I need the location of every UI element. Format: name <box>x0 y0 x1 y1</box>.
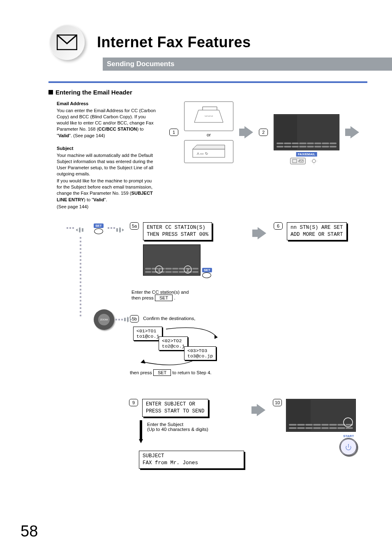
svg-marker-18 <box>214 335 218 339</box>
svg-text:A ▭ ↻: A ▭ ↻ <box>197 152 208 156</box>
led-icon <box>311 158 317 164</box>
page-title: Internet Fax Features <box>97 34 251 51</box>
fax-email-label: FAX/EMAIL <box>296 152 317 157</box>
divider <box>48 81 367 83</box>
subject-body-1: Your machine will automatically add the … <box>57 152 158 177</box>
arrow-icon <box>124 317 132 322</box>
step-badge-1: 1 <box>169 129 178 136</box>
subject-body-3: (See page 144) <box>57 204 158 210</box>
or-label: or <box>207 132 211 137</box>
lcd-6: nn STN(S) ARE SET ADD MORE OR START <box>287 222 347 240</box>
control-panel-illustration <box>286 399 356 432</box>
start-button-icon <box>339 438 357 456</box>
cursor-pad-icon: ZOOM <box>94 309 114 330</box>
set-label: SET <box>94 223 104 228</box>
page-subtitle: Sending Documents <box>103 58 392 71</box>
step-badge-5a: 5a <box>130 222 139 230</box>
svg-text:▭▭▭: ▭▭▭ <box>205 114 213 117</box>
step-diagrams: 1 ▭▭▭ or A ▭ ↻ 2 <box>169 99 359 211</box>
set-label: SET <box>202 268 212 272</box>
step-badge-2: 2 <box>259 129 268 136</box>
lcd-9: ENTER SUBJECT OR PRESS START TO SEND <box>142 399 208 417</box>
control-panel-illustration <box>274 114 339 150</box>
instr-cc-a: Enter the CC station(s) and <box>131 290 189 295</box>
instr-subj-b: (Up to 40 characters & digits) <box>147 427 208 432</box>
bullet-icon <box>48 90 53 94</box>
arrow-icon <box>116 227 125 233</box>
instr-cc-b: then press <box>131 295 155 300</box>
arrow-icon <box>251 404 265 416</box>
step-badge-10: 10 <box>273 399 282 406</box>
step-badge-9: 9 <box>129 399 138 406</box>
flatbed-illustration: A ▭ ↻ <box>184 140 233 163</box>
arrow-bar <box>140 420 142 439</box>
description-column: Email Address You can enter the Email Ad… <box>57 99 158 211</box>
lcd-5a: ENTER CC STATION(S) THEN PRESS START 00% <box>143 222 212 240</box>
fax-email-button: / <box>290 158 306 164</box>
svg-point-9 <box>312 159 316 163</box>
set-button-icon <box>94 228 103 234</box>
mail-icon <box>49 25 85 60</box>
set-key: SET <box>155 295 173 301</box>
control-panel-small: 1 2 <box>143 244 201 276</box>
adf-illustration: ▭▭▭ <box>184 101 233 131</box>
subject-heading: Subject <box>57 145 158 152</box>
step-badge-6: 6 <box>274 222 283 230</box>
svg-text:1: 1 <box>158 268 160 272</box>
lcd-9-result: SUBJECT FAX from Mr. Jones <box>139 451 244 469</box>
arrow-icon <box>75 227 83 233</box>
email-address-heading: Email Address <box>57 101 158 107</box>
svg-text:/: / <box>298 160 299 163</box>
instr-ret-a: then press <box>130 370 153 375</box>
instr-confirm: Confirm the destinations, <box>143 315 195 321</box>
arrow-down-icon <box>139 439 143 443</box>
destination-stack: <01>TO1 to1@co.j <02>TO2 to2@co.j <03>TO… <box>133 327 228 364</box>
email-address-body: You can enter the Email Address for CC (… <box>57 108 158 139</box>
panel-overlay: 1 2 <box>143 245 201 276</box>
set-key: SET <box>153 369 171 376</box>
arrow-icon <box>252 227 266 240</box>
svg-text:2: 2 <box>187 268 189 272</box>
svg-rect-6 <box>293 159 297 163</box>
start-label: START <box>339 434 357 438</box>
svg-marker-4 <box>193 145 225 149</box>
svg-marker-19 <box>141 359 145 364</box>
arrow-icon <box>239 126 253 138</box>
subject-body-2: If you would like for the machine to pro… <box>57 178 158 203</box>
section-heading: Entering the Email Header <box>55 89 132 96</box>
svg-point-20 <box>344 418 353 427</box>
instr-ret-b: to return to Step 4. <box>173 370 212 375</box>
instr-subj-a: Enter the Subject <box>147 422 183 427</box>
set-button-icon <box>202 272 211 278</box>
page-number: 58 <box>21 523 38 540</box>
instr-cc-c: . <box>174 295 175 300</box>
arrow-icon <box>345 126 359 138</box>
